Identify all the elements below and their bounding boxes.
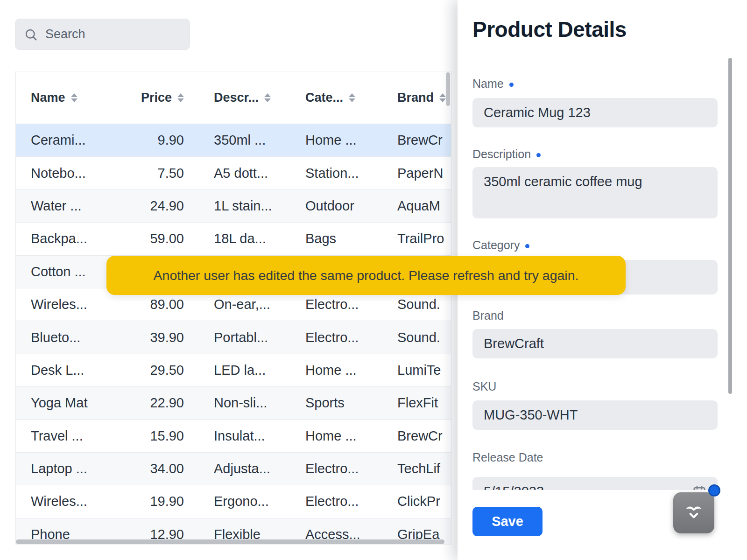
cell-name: Laptop ... (16, 453, 121, 485)
column-label: Descr... (214, 91, 259, 105)
table-row[interactable]: Notebo...7.50A5 dott...Station...PaperN (16, 157, 451, 189)
cell-brand: AquaM (367, 190, 451, 222)
name-field[interactable]: Ceramic Mug 123 (472, 98, 718, 127)
cell-description: LED la... (184, 354, 275, 386)
modified-dot (525, 244, 529, 248)
cell-price: 39.90 (121, 321, 184, 353)
table-row[interactable]: Yoga Mat22.90Non-sli...SportsFlexFit (16, 387, 451, 420)
table-row[interactable]: Backpa...59.0018L da...BagsTrailPro (16, 223, 451, 255)
products-table: NamePriceDescr...Cate...Brand Cerami...9… (15, 71, 451, 545)
cell-brand: ClickPr (367, 485, 451, 518)
cell-price: 22.90 (121, 387, 184, 419)
cell-name: Water ... (16, 190, 121, 222)
sort-icon (439, 93, 446, 102)
cell-category: Home ... (275, 420, 367, 452)
cell-name: Wireles... (16, 485, 121, 518)
column-header-category[interactable]: Cate... (275, 91, 367, 105)
column-label: Brand (397, 91, 434, 105)
cell-description: 350ml ... (184, 124, 275, 156)
sort-icon (264, 93, 271, 102)
cell-price: 59.00 (121, 223, 184, 255)
cell-description: A5 dott... (184, 157, 275, 189)
column-header-brand[interactable]: Brand (367, 91, 451, 105)
cell-category: Home ... (275, 124, 367, 156)
cell-name: Cerami... (16, 124, 121, 156)
cell-category: Electro... (275, 453, 367, 485)
cell-description: Portabl... (184, 321, 275, 353)
table-horizontal-scrollbar[interactable] (16, 539, 444, 544)
cell-category: Sports (275, 387, 367, 419)
cell-name: Wireles... (16, 288, 121, 321)
notification-dot (708, 484, 720, 497)
cell-description: 1L stain... (184, 190, 275, 222)
cell-price: 34.00 (121, 453, 184, 485)
cell-brand: BrewCr (367, 420, 451, 452)
table-row[interactable]: Desk L...29.50LED la...Home ...LumiTe (16, 354, 451, 387)
column-header-price[interactable]: Price (121, 91, 184, 105)
cell-description: Ergono... (184, 485, 275, 518)
cell-price: 29.50 (121, 354, 184, 386)
brand-field[interactable]: BrewCraft (472, 329, 718, 358)
table-row[interactable]: Water ...24.901L stain...OutdoorAquaM (16, 190, 451, 223)
table-row[interactable]: Travel ...15.90Insulat...Home ...BrewCr (16, 420, 451, 453)
sku-field[interactable]: MUG-350-WHT (472, 400, 718, 430)
cell-brand: LumiTe (367, 354, 451, 386)
table-header: NamePriceDescr...Cate...Brand (16, 71, 451, 124)
table-row[interactable]: Cerami...9.90350ml ...Home ...BrewCr (16, 124, 451, 157)
cell-name: Notebo... (16, 157, 121, 189)
save-button[interactable]: Save (472, 507, 543, 536)
search-box[interactable] (15, 19, 190, 50)
cell-brand: Sound. (367, 321, 451, 353)
cell-brand: BrewCr (367, 124, 451, 156)
table-body: Cerami...9.90350ml ...Home ...BrewCrNote… (16, 124, 451, 545)
cell-price: 19.90 (121, 485, 184, 518)
cell-category: Station... (275, 157, 367, 189)
cell-category: Home ... (275, 354, 367, 386)
panel-title: Product Details (472, 17, 627, 42)
table-vertical-scrollbar[interactable] (446, 72, 450, 106)
table-row[interactable]: Laptop ...34.00Adjusta...Electro...TechL… (16, 453, 451, 485)
column-label: Cate... (305, 91, 343, 105)
cell-name: Cotton ... (16, 256, 121, 288)
assistant-widget-button[interactable] (673, 492, 714, 533)
modified-dot (509, 83, 514, 87)
table-row[interactable]: Blueto...39.90Portabl...Electro...Sound. (16, 321, 451, 354)
cell-category: Electro... (275, 485, 367, 518)
release-date-label: Release Date (472, 451, 543, 464)
name-label: Name (472, 77, 514, 91)
search-icon (24, 28, 38, 42)
category-label: Category (472, 238, 529, 252)
conflict-toast: Another user has edited the same product… (106, 256, 626, 295)
modified-dot (536, 153, 541, 157)
search-input[interactable] (44, 27, 211, 42)
brand-label: Brand (472, 309, 504, 322)
cell-name: Yoga Mat (16, 387, 121, 419)
cell-brand: FlexFit (367, 387, 451, 419)
cell-description: Non-sli... (184, 387, 275, 419)
column-label: Price (141, 91, 172, 105)
table-row[interactable]: Wireles...19.90Ergono...Electro...ClickP… (16, 485, 451, 518)
cell-price: 9.90 (121, 124, 184, 156)
calendar-icon (692, 485, 706, 490)
release-date-field[interactable]: 5/15/2023 (472, 477, 718, 490)
cell-name: Travel ... (16, 420, 121, 452)
cell-brand: TechLif (367, 453, 451, 485)
cell-brand: PaperN (367, 157, 451, 189)
sort-icon (71, 93, 78, 102)
cell-name: Blueto... (16, 321, 121, 353)
panel-scrollbar[interactable] (728, 58, 732, 394)
column-header-name[interactable]: Name (16, 91, 121, 105)
description-label: Description (472, 147, 541, 161)
cell-name: Desk L... (16, 354, 121, 386)
sort-icon (349, 93, 355, 102)
sku-label: SKU (472, 380, 496, 393)
cell-description: Adjusta... (184, 453, 275, 485)
cell-price: 7.50 (121, 157, 184, 189)
cell-category: Outdoor (275, 190, 367, 222)
cell-description: 18L da... (184, 223, 275, 255)
column-header-description[interactable]: Descr... (184, 91, 275, 105)
cell-price: 15.90 (121, 420, 184, 452)
sort-icon (177, 93, 184, 102)
cell-brand: TrailPro (367, 223, 451, 255)
description-field[interactable]: 350ml ceramic coffee mug (472, 167, 718, 218)
